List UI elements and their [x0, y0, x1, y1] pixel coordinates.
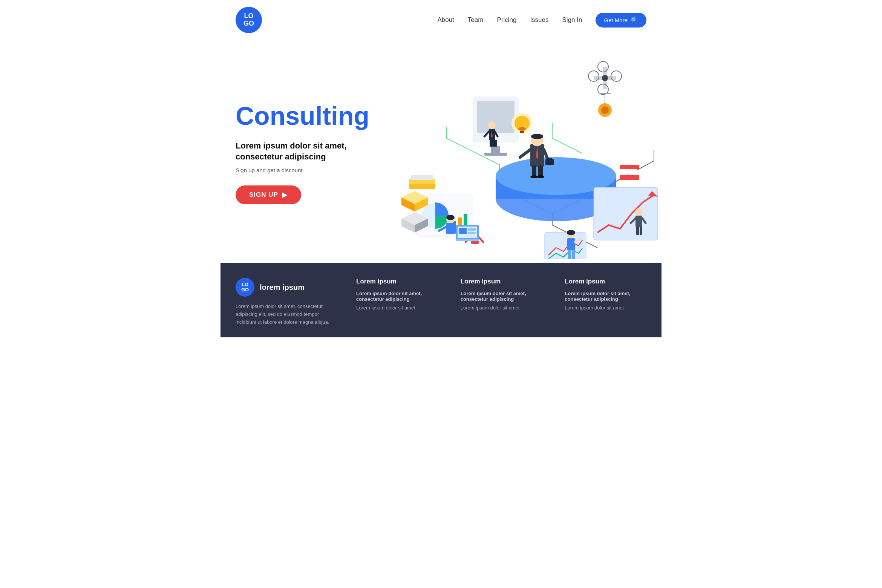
signup-label: SIGN UP	[249, 191, 278, 199]
footer-col3-title: Lorem ipsum	[565, 278, 646, 285]
footer-col3-item1: Lorem ipsum dolor sit amet, consectetur …	[565, 291, 646, 302]
get-more-label: Get More	[604, 17, 628, 23]
svg-rect-82	[636, 227, 639, 235]
svg-rect-9	[484, 153, 507, 156]
hero-section: Consulting Lorem ipsum dolor sit amet, c…	[220, 40, 662, 263]
nav-issues[interactable]: Issues	[530, 16, 548, 24]
svg-rect-71	[456, 239, 479, 241]
signup-button[interactable]: SIGN UP ▶	[236, 185, 301, 204]
nav-pricing[interactable]: Pricing	[497, 16, 516, 24]
arrow-icon: ▶	[282, 191, 288, 199]
footer-content: LOGO lorem ipsum Lorem ipsum dolor sit a…	[236, 278, 646, 326]
footer-col-1: Lorem ipsum Lorem ipsum dolor sit amet, …	[356, 278, 438, 315]
svg-rect-76	[568, 250, 571, 259]
nav-signin[interactable]: Sign In	[562, 16, 582, 24]
svg-point-78	[635, 208, 643, 216]
nav-about[interactable]: About	[437, 16, 454, 24]
hero-title: Consulting	[236, 103, 375, 129]
svg-point-49	[488, 121, 496, 129]
svg-point-48	[537, 175, 544, 178]
svg-rect-21	[599, 93, 611, 94]
svg-point-20	[602, 75, 608, 81]
logo: LOGO	[236, 7, 262, 33]
footer-col1-item1: Lorem ipsum dolor sit amet, consectetur …	[356, 291, 438, 302]
svg-rect-58	[446, 223, 455, 234]
svg-rect-70	[468, 232, 476, 234]
hero-description: Sign up and get a discount	[236, 167, 375, 173]
svg-rect-25	[620, 165, 639, 169]
svg-rect-69	[468, 228, 476, 231]
footer-col2-title: Lorem ipsum	[461, 278, 542, 285]
footer: LOGO lorem ipsum Lorem ipsum dolor sit a…	[220, 263, 662, 337]
svg-rect-44	[547, 158, 552, 160]
footer-col-3: Lorem ipsum Lorem ipsum dolor sit amet, …	[565, 278, 646, 315]
main-nav: About Team Pricing Issues Sign In Get Mo…	[437, 13, 646, 28]
svg-rect-5	[411, 175, 433, 180]
svg-rect-79	[635, 216, 642, 227]
svg-point-12	[518, 127, 526, 131]
svg-rect-3	[409, 184, 435, 189]
svg-rect-54	[493, 140, 497, 147]
svg-rect-77	[572, 250, 575, 259]
svg-rect-26	[620, 170, 639, 175]
svg-point-73	[567, 230, 575, 235]
svg-rect-8	[491, 146, 500, 153]
svg-rect-68	[459, 228, 467, 234]
svg-rect-46	[538, 165, 543, 177]
footer-brand-desc: Lorem ipsum dolor sit amet, consectetur …	[236, 303, 334, 326]
svg-rect-27	[620, 175, 639, 180]
svg-rect-34	[594, 187, 658, 240]
footer-col1-title: Lorem ipsum	[356, 278, 438, 285]
footer-logo: LOGO	[236, 278, 254, 297]
footer-col3-item2: Lorem ipsum dolor sit amet	[565, 304, 646, 312]
svg-point-24	[601, 106, 609, 114]
footer-col-2: Lorem ipsum Lorem ipsum dolor sit amet, …	[461, 278, 542, 315]
svg-rect-13	[520, 131, 524, 133]
hero-subtitle: Lorem ipsum dolor sit amet, consectetur …	[236, 140, 375, 162]
svg-rect-53	[490, 140, 493, 147]
svg-line-41	[520, 150, 530, 157]
isometric-scene	[371, 48, 658, 259]
hero-illustration	[383, 48, 646, 259]
svg-rect-74	[567, 238, 575, 250]
footer-brand-name: lorem ipsum	[260, 283, 305, 292]
footer-brand: LOGO lorem ipsum Lorem ipsum dolor sit a…	[236, 278, 334, 326]
svg-rect-45	[532, 165, 536, 177]
footer-col1-item2: Lorem ipsum dolor sit amet	[356, 304, 438, 312]
header: LOGO About Team Pricing Issues Sign In G…	[220, 0, 662, 40]
footer-col2-item2: Lorem ipsum dolor sit amet	[461, 304, 542, 312]
hero-text-block: Consulting Lorem ipsum dolor sit amet, c…	[236, 103, 375, 204]
svg-rect-4	[409, 179, 435, 184]
footer-logo-row: LOGO lorem ipsum	[236, 278, 334, 297]
svg-line-65	[479, 237, 483, 242]
svg-rect-43	[545, 159, 554, 165]
svg-rect-83	[640, 227, 642, 235]
get-more-button[interactable]: Get More 🔍	[596, 13, 646, 28]
nav-team[interactable]: Team	[468, 16, 484, 24]
search-icon: 🔍	[631, 17, 638, 24]
footer-col2-item1: Lorem ipsum dolor sit amet, consectetur …	[461, 291, 542, 302]
svg-point-57	[446, 215, 455, 220]
svg-point-40	[531, 134, 543, 139]
svg-rect-7	[477, 101, 514, 133]
